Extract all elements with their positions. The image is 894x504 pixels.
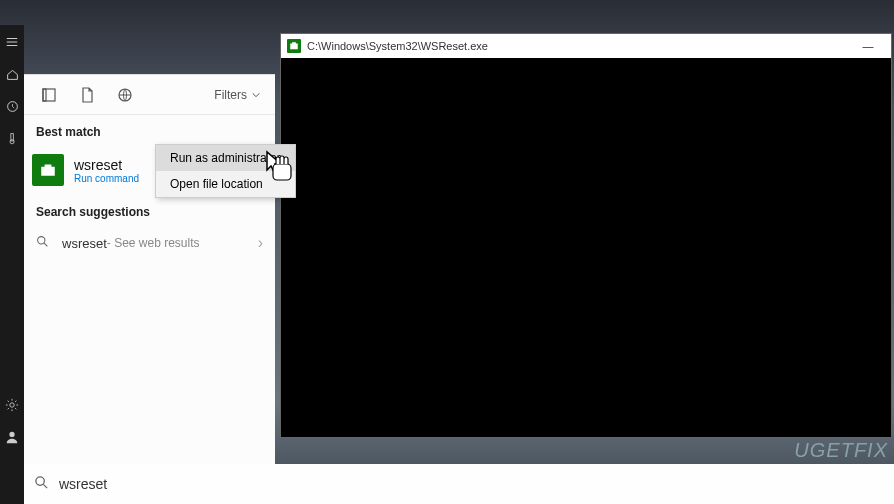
- filters-button[interactable]: Filters: [214, 88, 261, 102]
- gear-icon[interactable]: [5, 398, 19, 412]
- search-suggestion-item[interactable]: wsreset - See web results ›: [24, 225, 275, 261]
- suggestion-text: wsreset: [62, 236, 107, 251]
- menu-open-file-location[interactable]: Open file location: [156, 171, 295, 197]
- context-menu: Run as administrator Open file location: [155, 144, 296, 198]
- user-icon[interactable]: [5, 430, 19, 444]
- start-menu-panel: Filters Best match wsreset Run command S…: [24, 74, 275, 464]
- thermometer-icon[interactable]: [5, 131, 19, 145]
- search-icon: [36, 235, 52, 251]
- store-app-icon: [32, 154, 64, 186]
- search-icon: [34, 475, 49, 494]
- tab-apps[interactable]: [30, 75, 68, 115]
- svg-point-2: [10, 139, 14, 143]
- svg-point-10: [36, 476, 44, 484]
- tab-web[interactable]: [106, 75, 144, 115]
- svg-rect-6: [43, 89, 46, 101]
- command-prompt-window: C:\Windows\System32\WSReset.exe —: [280, 33, 892, 438]
- home-icon[interactable]: [5, 67, 19, 81]
- result-subtitle: Run command: [74, 173, 139, 184]
- svg-point-8: [38, 237, 45, 244]
- svg-point-4: [9, 432, 14, 437]
- filters-label: Filters: [214, 88, 247, 102]
- result-title: wsreset: [74, 157, 139, 173]
- watermark-logo: UGETFIX: [794, 439, 888, 462]
- menu-run-as-admin[interactable]: Run as administrator: [156, 145, 295, 171]
- store-icon: [287, 39, 301, 53]
- taskbar-search[interactable]: [34, 464, 274, 504]
- taskbar: [24, 464, 894, 504]
- start-menu-tabs: Filters: [24, 75, 275, 115]
- start-sidebar-rail: [0, 25, 24, 504]
- hamburger-icon[interactable]: [5, 35, 19, 49]
- cmd-title-text: C:\Windows\System32\WSReset.exe: [307, 40, 488, 52]
- svg-point-3: [10, 403, 14, 407]
- svg-rect-5: [43, 89, 55, 101]
- clock-icon[interactable]: [5, 99, 19, 113]
- cmd-body[interactable]: [281, 58, 891, 437]
- taskbar-search-input[interactable]: [59, 476, 259, 492]
- suggestion-sub: - See web results: [107, 236, 200, 250]
- minimize-button[interactable]: —: [851, 34, 885, 58]
- search-suggestions-label: Search suggestions: [24, 195, 275, 225]
- best-match-label: Best match: [24, 115, 275, 145]
- tab-documents[interactable]: [68, 75, 106, 115]
- chevron-down-icon: [251, 90, 261, 100]
- chevron-right-icon: ›: [258, 234, 263, 252]
- cmd-titlebar[interactable]: C:\Windows\System32\WSReset.exe —: [281, 34, 891, 58]
